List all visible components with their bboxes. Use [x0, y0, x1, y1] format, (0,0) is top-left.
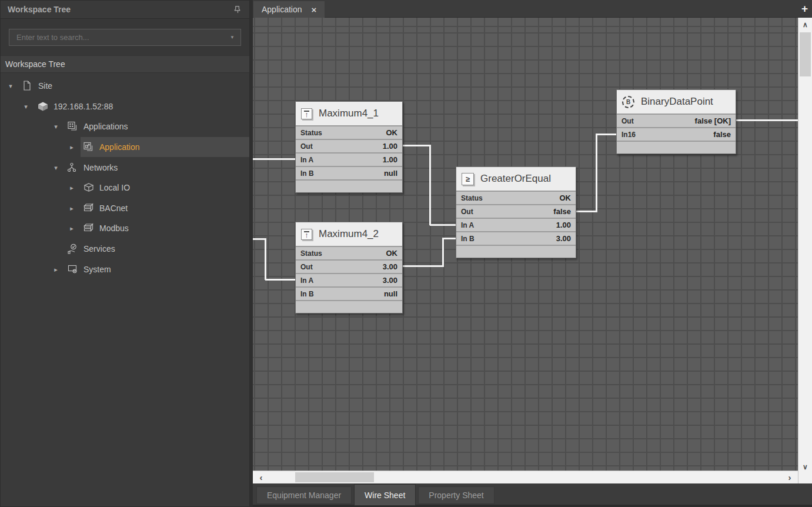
tree-item-site[interactable]: ▾Site: [1, 76, 249, 96]
block-maximum4_1[interactable]: ↑Maximum4_1StatusOKOut1.00In A1.00In Bnu…: [295, 101, 403, 193]
close-icon[interactable]: ×: [312, 5, 317, 15]
block-slot-status[interactable]: StatusOK: [456, 192, 576, 204]
block-header[interactable]: ↑Maximum4_1: [296, 102, 402, 125]
workspace-tree: ▾Site▾192.168.1.52:88▾Applications▸Appli…: [1, 73, 249, 279]
view-tab-wire-sheet[interactable]: Wire Sheet: [354, 484, 416, 506]
add-tab-icon[interactable]: +: [801, 2, 808, 16]
tab-application[interactable]: Application ×: [253, 1, 325, 18]
tree-item-system[interactable]: ▸System: [1, 259, 249, 279]
wire-maximum4_2-out-to-gte-in-b: [403, 265, 444, 267]
expand-arrow-icon[interactable]: ▸: [68, 144, 76, 151]
wire-maximum4_1-out-to-gte-in-a: [403, 145, 431, 146]
block-binarydatapoint[interactable]: BBinaryDataPointOutfalse [OK]In16false: [616, 89, 736, 154]
slot-label: In A: [461, 221, 474, 229]
tree-item-label: BACnet: [99, 204, 128, 213]
slot-label: In16: [621, 131, 636, 139]
tree-item-modbus[interactable]: ▸Modbus: [1, 218, 249, 239]
vertical-scrollbar[interactable]: ∧ ∨: [798, 18, 812, 483]
view-tab-equipment-manager[interactable]: Equipment Manager: [256, 486, 352, 504]
tree-item-label: 192.168.1.52:88: [54, 102, 113, 111]
tree-item-networks[interactable]: ▾Networks: [1, 157, 249, 178]
search-input[interactable]: [15, 32, 225, 42]
application-icon: [83, 142, 95, 153]
horizontal-scrollbar[interactable]: ‹ ›: [253, 471, 798, 483]
slot-label: Out: [461, 208, 473, 216]
collapse-arrow-icon[interactable]: ▾: [52, 164, 60, 171]
tree-item-applications[interactable]: ▾Applications: [1, 116, 249, 137]
tree-search-area: ▼: [1, 19, 249, 56]
tree-item-label: Local IO: [99, 183, 130, 192]
wire-gte-out-to-binarydatapoint-in16: [596, 134, 597, 212]
block-slot-inb[interactable]: In Bnull: [296, 288, 402, 300]
expand-arrow-icon[interactable]: ▸: [68, 204, 76, 212]
block-greaterorequal[interactable]: ≥GreaterOrEqualStatusOKOutfalseIn A1.00I…: [456, 166, 576, 258]
scroll-up-icon[interactable]: ∧: [798, 18, 812, 32]
collapse-arrow-icon[interactable]: ▾: [22, 102, 30, 110]
tree-item-label: Site: [38, 81, 52, 91]
block-maximum4_2[interactable]: ↑Maximum4_2StatusOKOut3.00In A3.00In Bnu…: [295, 222, 403, 313]
slot-value: 1.00: [383, 142, 397, 151]
wire-gte-out-to-binarydatapoint-in16: [596, 134, 617, 135]
scroll-down-icon[interactable]: ∨: [798, 460, 812, 474]
wire-gte-out-to-binarydatapoint-in16: [576, 211, 597, 212]
slot-label: Status: [300, 249, 322, 258]
scroll-right-icon[interactable]: ›: [783, 471, 797, 483]
block-slot-ina[interactable]: In A1.00: [296, 154, 402, 166]
block-slot-out[interactable]: Outfalse [OK]: [617, 115, 736, 127]
bacnet-icon: [83, 202, 95, 214]
tree-item-192-168-1-52-88[interactable]: ▾192.168.1.52:88: [1, 96, 249, 117]
slot-value: 1.00: [383, 155, 397, 164]
collapse-arrow-icon[interactable]: ▾: [6, 82, 15, 90]
horizontal-scrollbar-thumb[interactable]: [295, 472, 374, 482]
view-tab-property-sheet[interactable]: Property Sheet: [418, 486, 494, 504]
maximum-icon: ↑: [301, 108, 312, 119]
block-slot-inb[interactable]: In B3.00: [456, 232, 576, 245]
block-slot-status[interactable]: StatusOK: [296, 126, 402, 139]
slot-label: In B: [300, 290, 314, 298]
scroll-left-icon[interactable]: ‹: [254, 471, 268, 483]
block-slot-out[interactable]: Out3.00: [296, 261, 402, 273]
slot-value: 3.00: [556, 234, 571, 243]
expand-arrow-icon[interactable]: ▸: [52, 265, 60, 273]
tree-item-label: Modbus: [99, 224, 129, 233]
block-slot-status[interactable]: StatusOK: [296, 247, 402, 259]
wire-left-to-maximum4_1-in-a: [253, 158, 296, 160]
wire-binarydatapoint-out-to-right: [736, 119, 798, 121]
slot-value: null: [384, 289, 397, 298]
expand-arrow-icon[interactable]: ▸: [68, 225, 76, 232]
slot-value: OK: [560, 194, 572, 202]
pin-icon[interactable]: [233, 5, 242, 14]
collapse-arrow-icon[interactable]: ▾: [52, 123, 60, 131]
tree-item-local-io[interactable]: ▸Local IO: [1, 178, 249, 198]
search-dropdown-caret-icon[interactable]: ▼: [230, 35, 235, 40]
panel-title: Workspace Tree: [8, 5, 71, 14]
greater-or-equal-icon: ≥: [462, 173, 474, 185]
system-icon: [67, 263, 79, 275]
block-slot-out[interactable]: Outfalse: [456, 205, 576, 218]
slot-value: 3.00: [383, 276, 397, 285]
block-header[interactable]: ≥GreaterOrEqual: [456, 167, 576, 191]
slot-value: 3.00: [383, 262, 397, 271]
controller-icon: [37, 101, 49, 112]
wire-maximum4_2-out-to-gte-in-b: [443, 238, 457, 239]
block-header[interactable]: ↑Maximum4_2: [296, 222, 402, 246]
expand-arrow-icon[interactable]: ▸: [68, 184, 76, 192]
block-title: GreaterOrEqual: [480, 173, 551, 185]
slot-label: Status: [461, 194, 483, 202]
slot-label: Out: [300, 263, 313, 271]
applications-icon: [67, 121, 79, 132]
tree-item-services[interactable]: Services: [1, 239, 249, 259]
block-slot-in16[interactable]: In16false: [617, 128, 736, 141]
tree-search-box[interactable]: ▼: [9, 29, 241, 46]
block-slot-ina[interactable]: In A1.00: [456, 219, 576, 231]
tree-item-application[interactable]: ▸Application: [1, 137, 249, 158]
block-slot-inb[interactable]: In Bnull: [296, 167, 402, 179]
block-slot-ina[interactable]: In A3.00: [296, 274, 402, 286]
slot-value: OK: [386, 128, 398, 137]
tree-item-bacnet[interactable]: ▸BACnet: [1, 198, 249, 219]
wire-sheet-canvas[interactable]: ↑Maximum4_1StatusOKOut1.00In A1.00In Bnu…: [253, 18, 798, 471]
block-title: Maximum4_1: [319, 108, 379, 119]
vertical-scrollbar-thumb[interactable]: [800, 32, 811, 76]
block-header[interactable]: BBinaryDataPoint: [617, 90, 736, 114]
block-slot-out[interactable]: Out1.00: [296, 140, 402, 152]
